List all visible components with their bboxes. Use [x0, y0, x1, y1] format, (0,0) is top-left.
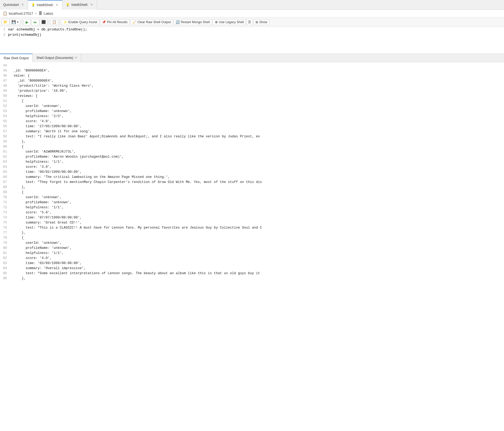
- output-line-content: summary: 'Worth it for one song',: [10, 129, 92, 134]
- editor-line-num: 1: [0, 28, 8, 31]
- script-button[interactable]: 📋: [50, 19, 58, 25]
- output-line-num: 67: [0, 180, 10, 185]
- output-line: 47 _id: 'B0000000E4',: [0, 78, 504, 83]
- play-icon: ▶: [26, 20, 29, 24]
- output-line-num: 75: [0, 220, 10, 225]
- output-line-num: 45: [0, 68, 10, 73]
- editor-line: 1var schemaObj = db.products.findOne();: [0, 27, 504, 32]
- output-line-content: profileName: 'Aaron Woodin (purchagent@a…: [10, 154, 124, 159]
- output-line-content: helpfulness: '1/1',: [10, 251, 64, 256]
- query-assist-label: Enable Query Assist: [68, 20, 97, 24]
- restart-shell-button[interactable]: 🔄 Restart Mongo Shell: [174, 19, 212, 25]
- output-line-num: 51: [0, 99, 10, 104]
- output-line-num: 79: [0, 241, 10, 246]
- tab-intellishell2[interactable]: 💡 IntelliShell: ✕: [62, 0, 97, 10]
- pin-results-button[interactable]: 📌 Pin All Results: [100, 19, 130, 25]
- output-tab-bar: Raw Shell Output Shell Output (Documents…: [0, 54, 504, 62]
- output-line-content: 'product/title': 'Working Class Hero',: [10, 83, 94, 89]
- output-line-content: reviews: [: [10, 94, 38, 99]
- output-line: 75 summary: 'Great Great CD!!',: [0, 220, 504, 225]
- stop-button[interactable]: ⬛: [40, 19, 48, 25]
- tab-quickstart[interactable]: Quickstart ✕: [0, 0, 28, 10]
- output-line-num: 54: [0, 114, 10, 119]
- output-line-content: profileName: 'unknown',: [10, 109, 72, 114]
- output-line: 48 'product/title': 'Working Class Hero'…: [0, 83, 504, 89]
- output-line-content: summary: 'Great Great CD!!',: [10, 220, 82, 225]
- clear-output-button[interactable]: 🧹 Clear Raw Shell Output: [130, 19, 173, 25]
- editor-line: 2print(schemaObj): [0, 32, 504, 38]
- output-line-content: time: '27/05/1999/00:00:00',: [10, 124, 82, 129]
- output-line-num: 52: [0, 104, 10, 109]
- output-line-num: 84: [0, 266, 10, 271]
- output-tab-docs-label: Shell Output (Documents): [36, 56, 73, 60]
- output-line-content: score: '3.0',: [10, 165, 52, 170]
- output-line-num: 63: [0, 159, 10, 165]
- output-line-num: 74: [0, 215, 10, 220]
- output-line-content: value: {: [10, 73, 30, 78]
- output-line-num: 71: [0, 200, 10, 205]
- output-line-num: 49: [0, 89, 10, 94]
- output-line: 66 summary: 'The critical lambasting on …: [0, 175, 504, 180]
- output-line-num: 44: [0, 63, 10, 68]
- breadcrumb-host[interactable]: localhost:27017: [9, 11, 33, 15]
- tab-intellishell1-close[interactable]: ✕: [55, 3, 59, 7]
- output-line: 44: [0, 63, 504, 68]
- breadcrumb-database[interactable]: Labos: [44, 11, 53, 15]
- output-line-num: 77: [0, 230, 10, 236]
- output-line-num: 68: [0, 185, 10, 190]
- output-tab-raw[interactable]: Raw Shell Output: [0, 54, 33, 62]
- output-line: 61 userId: 'A1W0RKM6J6J73L',: [0, 149, 504, 154]
- editor-line-content: print(schemaObj): [8, 32, 41, 37]
- output-line: 78 {: [0, 236, 504, 241]
- output-line-num: 46: [0, 73, 10, 78]
- output-line: 50 reviews: [: [0, 94, 504, 99]
- show-button[interactable]: ⊞ Show: [253, 19, 269, 25]
- output-line-num: 80: [0, 246, 10, 251]
- output-line: 69 {: [0, 190, 504, 195]
- output-line-num: 69: [0, 190, 10, 195]
- output-line: 51 {: [0, 99, 504, 104]
- output-line-num: 61: [0, 149, 10, 154]
- output-line-content: _id: 'B0000000E4',: [10, 68, 50, 73]
- output-line-content: score: '4.0',: [10, 119, 52, 124]
- output-line: 57 summary: 'Worth it for one song',: [0, 129, 504, 134]
- toolbar-divider-2: [49, 19, 49, 25]
- output-line-content: {: [10, 144, 24, 149]
- editor-area[interactable]: 1var schemaObj = db.products.findOne();2…: [0, 27, 504, 54]
- output-line-content: 'product/price': '16.99',: [10, 89, 68, 94]
- output-tab-docs[interactable]: Shell Output (Documents) ✕: [33, 54, 81, 62]
- play-button[interactable]: ▶: [23, 19, 31, 25]
- expand-icon: ⊞: [255, 20, 258, 24]
- restart-label: Restart Mongo Shell: [181, 20, 210, 24]
- output-line: 71 profileName: 'unknown',: [0, 200, 504, 205]
- tab-quickstart-close[interactable]: ✕: [21, 3, 25, 7]
- play-all-button[interactable]: ⏭: [31, 19, 39, 25]
- output-line: 55 score: '4.0',: [0, 119, 504, 124]
- tab-intellishell1[interactable]: 💡 IntelliShell: ✕: [28, 0, 63, 10]
- output-tab-docs-close[interactable]: ✕: [75, 56, 77, 59]
- output-line-content: _id: 'B0000000E4',: [10, 78, 54, 83]
- output-line: 82 score: '4.0',: [0, 256, 504, 261]
- pin-icon: 📌: [102, 20, 106, 24]
- output-line-num: 78: [0, 236, 10, 241]
- output-line-num: 85: [0, 271, 10, 276]
- tab-quickstart-label: Quickstart: [3, 3, 19, 7]
- tab-intellishell2-close[interactable]: ✕: [90, 3, 94, 7]
- folder-button[interactable]: 📁: [2, 19, 9, 25]
- output-line-content: profileName: 'unknown',: [10, 246, 72, 251]
- query-assist-button[interactable]: ✨ Enable Query Assist: [61, 19, 99, 25]
- shell-output: 4445 _id: 'B0000000E4',46 value: {47 _id…: [0, 62, 504, 420]
- save-button[interactable]: 💾 ▼: [10, 19, 21, 25]
- output-line: 77 },: [0, 230, 504, 236]
- output-line-content: helpfulness: '1/1',: [10, 205, 64, 210]
- output-line-content: score: '5.0',: [10, 210, 52, 215]
- output-line-num: 60: [0, 144, 10, 149]
- save-dropdown-icon: ▼: [17, 21, 19, 23]
- menu-button[interactable]: ☰: [246, 19, 253, 25]
- legacy-shell-button[interactable]: 🖥 Use Legacy Shell: [212, 19, 246, 25]
- output-line: 53 profileName: 'unknown',: [0, 109, 504, 114]
- output-line: 83 time: '03/09/1999/00:00:00',: [0, 261, 504, 266]
- output-line: 76 text: "This is a CLASSIC!! A must hav…: [0, 225, 504, 230]
- toolbar-divider-1: [22, 19, 22, 25]
- output-line-content: time: '09/02/1999/00:00:00',: [10, 170, 82, 175]
